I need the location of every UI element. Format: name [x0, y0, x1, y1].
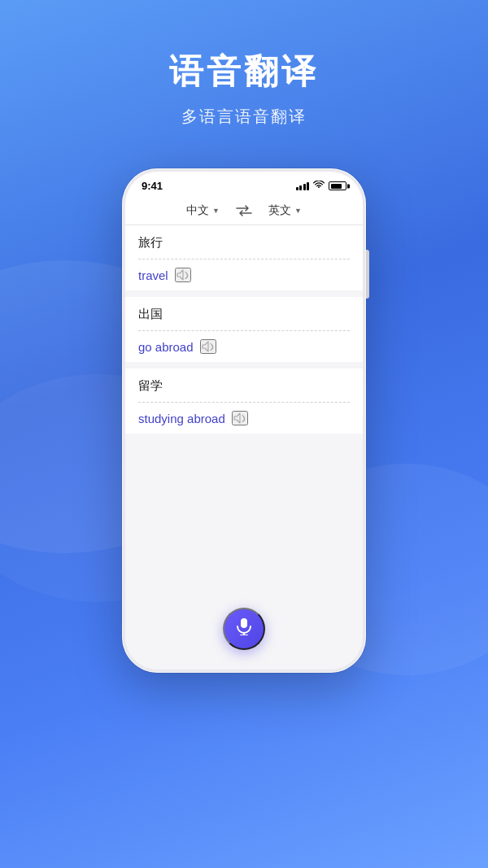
mic-button[interactable] [223, 608, 265, 650]
status-time: 9:41 [142, 180, 163, 192]
translated-text-3: studying abroad [138, 412, 225, 425]
phone-screen: 9:41 [125, 172, 363, 670]
translation-item: 出国 go abroad [125, 297, 363, 362]
speaker-button-3[interactable] [232, 411, 248, 425]
signal-icon [296, 182, 310, 190]
translation-item: 留学 studying abroad [125, 369, 363, 434]
divider [138, 259, 350, 260]
target-language-selector[interactable]: 英文 ▼ [268, 203, 302, 218]
app-title: 语音翻译 [0, 49, 488, 94]
source-text-3: 留学 [138, 378, 350, 394]
mic-icon [235, 617, 253, 640]
translated-text-1: travel [138, 268, 168, 282]
source-text-1: 旅行 [138, 235, 350, 251]
divider [138, 330, 350, 331]
translation-list: 旅行 travel [125, 225, 363, 593]
source-language-label: 中文 [186, 203, 209, 218]
phone-mockup: 9:41 [0, 168, 488, 673]
swap-language-button[interactable] [236, 205, 252, 216]
translation-row-1: travel [138, 268, 350, 282]
mic-area [125, 593, 363, 670]
source-lang-dropdown-icon: ▼ [212, 207, 220, 215]
app-header: 语音翻译 多语言语音翻译 [0, 0, 488, 144]
status-bar: 9:41 [125, 172, 363, 197]
svg-rect-3 [241, 618, 247, 628]
source-language-selector[interactable]: 中文 ▼ [186, 203, 220, 218]
wifi-icon [313, 181, 325, 191]
phone-frame: 9:41 [122, 168, 366, 673]
status-icons [296, 181, 347, 191]
divider [138, 402, 350, 403]
speaker-button-1[interactable] [175, 268, 191, 282]
source-text-2: 出国 [138, 307, 350, 322]
target-language-label: 英文 [268, 203, 291, 218]
app-subtitle: 多语言语音翻译 [0, 106, 488, 128]
translation-row-2: go abroad [138, 339, 350, 354]
battery-icon [329, 181, 346, 190]
target-lang-dropdown-icon: ▼ [294, 207, 302, 215]
translated-text-2: go abroad [138, 340, 194, 354]
language-bar[interactable]: 中文 ▼ 英文 ▼ [125, 197, 363, 225]
translation-row-3: studying abroad [138, 411, 350, 425]
translation-item: 旅行 travel [125, 225, 363, 290]
speaker-button-2[interactable] [200, 339, 216, 354]
